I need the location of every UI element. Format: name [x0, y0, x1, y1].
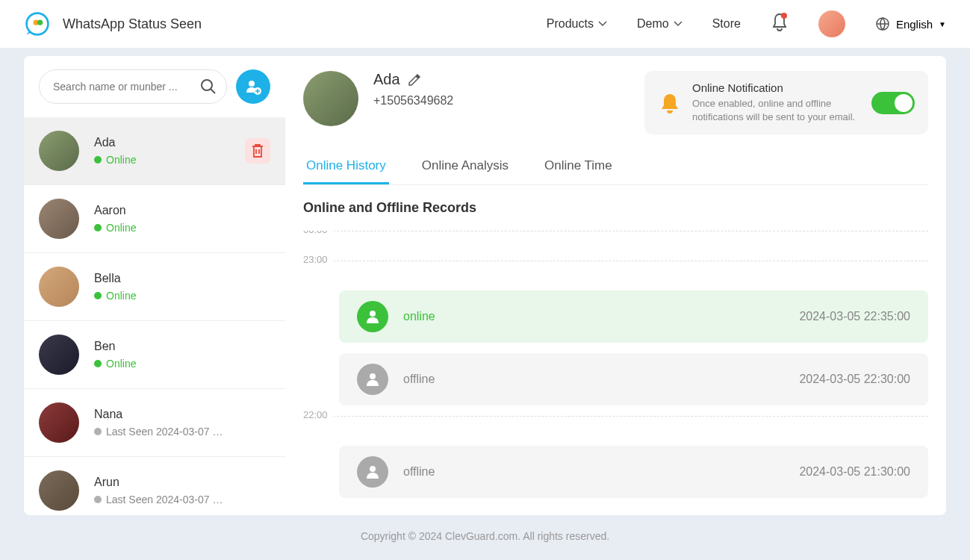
contact-info: Nana Last Seen 2024-03-07 …	[94, 408, 270, 438]
notification-text: Online Notification Once enabled, online…	[692, 81, 861, 124]
contact-avatar	[39, 335, 79, 375]
nav-products-label: Products	[547, 17, 594, 31]
notification-settings: Online Notification Once enabled, online…	[644, 71, 928, 134]
status-text: Online	[106, 290, 136, 302]
record-status: offline	[403, 373, 799, 386]
status-dot-online	[94, 360, 102, 367]
profile-name-row: Ada	[373, 71, 629, 88]
tab-online-analysis[interactable]: Online Analysis	[419, 149, 512, 184]
main-container: Ada Online Aaron Online	[0, 49, 970, 515]
person-icon	[357, 456, 388, 488]
svg-point-6	[249, 81, 255, 87]
status-text: Online	[106, 358, 136, 370]
records-title: Online and Offline Records	[303, 200, 928, 216]
profile-info: Ada +15056349682	[373, 71, 629, 108]
app-logo-icon	[24, 10, 51, 37]
svg-point-8	[370, 311, 376, 317]
contact-item-aaron[interactable]: Aaron Online	[24, 185, 285, 253]
svg-point-9	[370, 373, 376, 379]
record-timestamp: 2024-03-05 21:30:00	[799, 465, 910, 479]
contact-info: Aaron Online	[94, 204, 270, 234]
tabs: Online History Online Analysis Online Ti…	[303, 149, 928, 185]
language-selector[interactable]: English ▼	[875, 16, 946, 31]
record-row-offline: offline 2024-03-05 22:30:00	[339, 353, 928, 405]
svg-line-5	[211, 89, 215, 93]
notification-toggle[interactable]	[871, 92, 915, 114]
contact-info: Ada Online	[94, 136, 245, 166]
profile-name: Ada	[373, 71, 400, 88]
contact-name: Ben	[94, 340, 270, 353]
contact-list: Ada Online Aaron Online	[24, 117, 285, 515]
globe-icon	[875, 16, 890, 31]
notification-description: Once enabled, online and offline notific…	[692, 97, 861, 124]
record-row-offline: offline 2024-03-05 21:30:00	[339, 446, 928, 498]
svg-point-2	[37, 20, 43, 25]
tab-online-time[interactable]: Online Time	[541, 149, 615, 184]
contact-status: Last Seen 2024-03-07 …	[94, 426, 270, 438]
contact-status: Online	[94, 358, 270, 370]
contact-avatar	[39, 267, 79, 307]
nav-demo-label: Demo	[637, 17, 669, 31]
svg-point-10	[370, 466, 376, 472]
contact-item-nana[interactable]: Nana Last Seen 2024-03-07 …	[24, 389, 285, 457]
content-header: Ada +15056349682 Online Notification Onc…	[303, 71, 928, 134]
nav-store[interactable]: Store	[712, 17, 741, 31]
status-text: Last Seen 2024-03-07 …	[106, 494, 223, 505]
contact-item-bella[interactable]: Bella Online	[24, 253, 285, 321]
notification-title: Online Notification	[692, 81, 861, 94]
contact-info: Ben Online	[94, 340, 270, 370]
record-status: offline	[403, 465, 799, 479]
delete-contact-button[interactable]	[245, 138, 270, 164]
contact-item-arun[interactable]: Arun Last Seen 2024-03-07 …	[24, 457, 285, 515]
svg-point-4	[202, 80, 212, 90]
status-text: Last Seen 2024-03-07 …	[106, 426, 223, 438]
contact-info: Bella Online	[94, 272, 270, 302]
record-timestamp: 2024-03-05 22:30:00	[799, 373, 910, 386]
status-text: Online	[106, 154, 136, 166]
profile-phone: +15056349682	[373, 94, 629, 108]
contact-status: Online	[94, 290, 270, 302]
record-status: online	[403, 310, 799, 323]
contacts-sidebar: Ada Online Aaron Online	[24, 56, 285, 515]
edit-icon[interactable]	[408, 73, 421, 87]
contact-item-ada[interactable]: Ada Online	[24, 117, 285, 185]
status-dot-offline	[94, 496, 102, 503]
contact-avatar	[39, 470, 79, 511]
top-header: WhatsApp Status Seen Products Demo Store…	[0, 0, 970, 49]
timeline: 00:00 23:00 online 2024-03-05 22:35:00 o…	[303, 231, 928, 500]
add-person-icon	[244, 78, 262, 96]
person-icon	[357, 364, 388, 395]
search-input[interactable]	[39, 69, 227, 104]
nav-demo[interactable]: Demo	[637, 17, 683, 31]
search-bar	[24, 56, 285, 117]
contact-name: Bella	[94, 272, 270, 285]
contact-name: Ada	[94, 136, 245, 149]
status-dot-online	[94, 156, 102, 164]
nav-products[interactable]: Products	[547, 17, 607, 31]
status-dot-online	[94, 224, 102, 231]
time-label: 00:00	[303, 231, 928, 246]
bell-alert-icon	[658, 91, 682, 115]
chevron-down-icon	[674, 21, 683, 27]
contact-item-ben[interactable]: Ben Online	[24, 321, 285, 389]
trash-icon	[251, 143, 264, 158]
tab-online-history[interactable]: Online History	[303, 149, 389, 184]
time-label: 23:00	[303, 261, 928, 276]
contact-avatar	[39, 199, 79, 239]
user-avatar[interactable]	[818, 10, 845, 37]
contact-status: Last Seen 2024-03-07 …	[94, 494, 270, 505]
contact-name: Arun	[94, 476, 270, 489]
contact-info: Arun Last Seen 2024-03-07 …	[94, 476, 270, 505]
contact-status: Online	[94, 222, 270, 234]
contact-avatar	[39, 402, 79, 443]
nav-items: Products Demo Store English ▼	[547, 10, 946, 37]
person-icon	[357, 301, 388, 332]
profile-avatar	[303, 71, 358, 126]
footer: Copyright © 2024 ClevGuard.com. All righ…	[0, 515, 970, 557]
notification-dot	[781, 13, 787, 19]
add-contact-button[interactable]	[236, 69, 270, 104]
notifications-button[interactable]	[771, 13, 789, 35]
caret-down-icon: ▼	[939, 20, 946, 28]
record-row-online: online 2024-03-05 22:35:00	[339, 290, 928, 343]
search-icon	[200, 78, 217, 95]
